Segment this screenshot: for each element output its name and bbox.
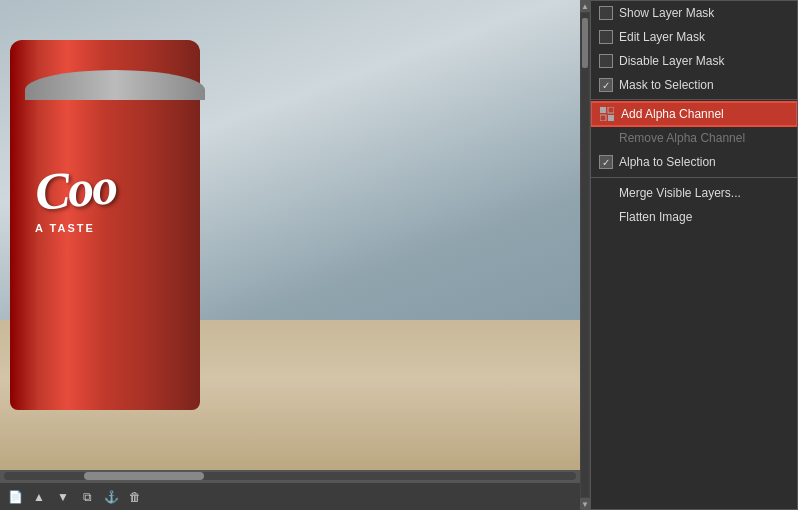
image-canvas-area: Coo A TASTE 📄 ▲ ▼ ⧉ ⚓ 🗑 (0, 0, 580, 510)
scrollbar-track[interactable] (4, 472, 576, 480)
menu-item-alpha-to-selection[interactable]: ✓ Alpha to Selection (591, 150, 797, 174)
context-menu: Show Layer Mask Edit Layer Mask Disable … (590, 0, 798, 510)
edit-layer-mask-label: Edit Layer Mask (619, 30, 789, 44)
svg-rect-1 (608, 107, 614, 113)
edit-layer-mask-checkbox (599, 30, 613, 44)
show-layer-mask-checkbox (599, 6, 613, 20)
svg-rect-3 (608, 115, 614, 121)
alpha-to-selection-checkbox: ✓ (599, 155, 613, 169)
can-label: Coo A TASTE (35, 160, 195, 360)
scroll-down-arrow[interactable]: ▼ (580, 498, 590, 510)
menu-item-flatten-image[interactable]: Flatten Image (591, 205, 797, 229)
layers-bottom-toolbar: 📄 ▲ ▼ ⧉ ⚓ 🗑 (0, 482, 580, 510)
new-layer-button[interactable]: 📄 (4, 487, 26, 507)
anchor-layer-button[interactable]: ⚓ (100, 487, 122, 507)
menu-item-mask-to-selection[interactable]: ✓ Mask to Selection (591, 73, 797, 97)
menu-item-remove-alpha-channel[interactable]: Remove Alpha Channel (591, 126, 797, 150)
svg-rect-2 (600, 115, 606, 121)
flatten-image-label: Flatten Image (619, 210, 789, 224)
coca-cola-text: Coo (33, 153, 197, 219)
menu-spacer (591, 229, 797, 509)
duplicate-layer-button[interactable]: ⧉ (76, 487, 98, 507)
merge-visible-label: Merge Visible Layers... (619, 186, 789, 200)
can-top (25, 70, 205, 100)
lower-layer-button[interactable]: ▼ (52, 487, 74, 507)
mask-to-selection-label: Mask to Selection (619, 78, 789, 92)
raise-layer-button[interactable]: ▲ (28, 487, 50, 507)
merge-visible-icon (599, 185, 613, 201)
menu-item-show-layer-mask[interactable]: Show Layer Mask (591, 1, 797, 25)
remove-alpha-channel-label: Remove Alpha Channel (619, 131, 789, 145)
menu-item-disable-layer-mask[interactable]: Disable Layer Mask (591, 49, 797, 73)
scroll-up-arrow[interactable]: ▲ (580, 0, 590, 12)
taste-text: A TASTE (35, 222, 195, 234)
menu-separator-1 (591, 177, 797, 178)
right-panel: Show Layer Mask Edit Layer Mask Disable … (590, 0, 798, 510)
disable-layer-mask-label: Disable Layer Mask (619, 54, 789, 68)
scrollbar-thumb[interactable] (84, 472, 204, 480)
remove-alpha-channel-icon (599, 130, 613, 146)
alpha-to-selection-label: Alpha to Selection (619, 155, 789, 169)
vertical-scrollbar[interactable]: ▲ ▼ (580, 0, 590, 510)
scroll-track[interactable] (581, 13, 589, 497)
scene-background: Coo A TASTE (0, 0, 580, 470)
svg-rect-0 (600, 107, 606, 113)
scroll-thumb[interactable] (582, 18, 588, 68)
menu-item-merge-visible[interactable]: Merge Visible Layers... (591, 181, 797, 205)
add-alpha-channel-label: Add Alpha Channel (621, 107, 789, 121)
can-body: Coo A TASTE (10, 40, 200, 410)
menu-item-edit-layer-mask[interactable]: Edit Layer Mask (591, 25, 797, 49)
menu-item-add-alpha-channel[interactable]: Add Alpha Channel (591, 102, 797, 126)
mask-to-selection-checkbox: ✓ (599, 78, 613, 92)
add-alpha-channel-icon (599, 106, 615, 122)
flatten-image-icon (599, 209, 613, 225)
delete-layer-button[interactable]: 🗑 (124, 487, 146, 507)
disable-layer-mask-checkbox (599, 54, 613, 68)
show-layer-mask-label: Show Layer Mask (619, 6, 789, 20)
horizontal-scrollbar[interactable] (0, 470, 580, 482)
separator-before-alpha (591, 99, 797, 100)
canvas-image: Coo A TASTE (0, 0, 580, 470)
